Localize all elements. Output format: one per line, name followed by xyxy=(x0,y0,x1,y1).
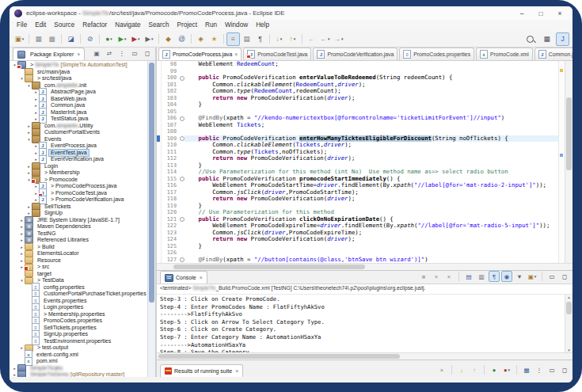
console-hscrollbar[interactable] xyxy=(157,352,572,360)
tree-expander-icon[interactable]: ▸ xyxy=(26,164,32,169)
tab-package-explorer[interactable]: Package Explorer × xyxy=(13,48,85,60)
code-line[interactable]: 115 public PromoCodeVerification promoco… xyxy=(162,176,558,183)
clear-console-icon[interactable]: ▤ xyxy=(463,271,474,282)
run-icon[interactable]: ▶▾ xyxy=(116,32,129,46)
code-line[interactable]: 101 Common.clickableElement(RedeemCount,… xyxy=(162,82,558,89)
tree-item[interactable]: ▸J> PromoCodeTest.java xyxy=(10,190,147,197)
tree-item[interactable]: ≡SellTickets.properties xyxy=(10,325,147,332)
tree-scrollbar-thumb[interactable] xyxy=(149,63,154,303)
tree-item[interactable]: ▾> TestData xyxy=(10,277,147,284)
code-line[interactable]: 124 return new PromoCodeVerification(dri… xyxy=(162,236,558,243)
open-type-icon[interactable]: ◈ xyxy=(194,32,207,46)
javadoc-icon[interactable]: @ xyxy=(175,32,188,46)
tree-item[interactable]: ≡CustomerPortalPurchaseTicket.properties xyxy=(10,291,147,298)
save-all-icon[interactable]: ▩ xyxy=(45,32,59,46)
code-line[interactable]: 122 WebElement PromoCodeExpireTime=drive… xyxy=(162,223,558,230)
profile-icon[interactable]: ▶▾ xyxy=(143,32,156,46)
tree-expander-icon[interactable]: ▸ xyxy=(26,204,32,209)
tree-expander-icon[interactable]: ▾ xyxy=(26,83,32,88)
code-line[interactable]: 116 WebElement PromoCodeStartTime=driver… xyxy=(162,182,558,189)
code-line[interactable]: 110 Common.clickableElement(Tickets,driv… xyxy=(162,142,558,149)
menu-item-refactor[interactable]: Refactor xyxy=(78,20,111,31)
tree-item[interactable]: ▸JMasterInit.java xyxy=(10,109,147,116)
tree-expander-icon[interactable]: ▸ xyxy=(33,143,39,148)
tree-expander-icon[interactable]: ▸ xyxy=(12,366,17,371)
prev-annotation-icon[interactable]: ↑▾ xyxy=(286,32,299,46)
code-line[interactable]: 109 public PromoCodeVerification enterHo… xyxy=(162,135,558,143)
menu-item-search[interactable]: Search xyxy=(145,20,173,31)
tree-item[interactable]: ▸SellTickets xyxy=(10,204,147,211)
console-vscrollbar[interactable]: ▴ ▾ xyxy=(565,295,572,352)
debug-icon[interactable]: ●▾ xyxy=(102,32,116,46)
maximize-icon[interactable]: ◻ xyxy=(559,271,570,282)
new-wizard-icon[interactable]: ▣▾ xyxy=(13,32,26,46)
menu-item-edit[interactable]: Edit xyxy=(31,20,50,31)
prev-failure-icon[interactable]: ↑ xyxy=(469,364,480,375)
tree-item[interactable]: ▸SimpleTixDemo [gitRepository master] xyxy=(10,371,147,377)
report-icon[interactable]: ▦ xyxy=(521,364,532,375)
tree-item[interactable]: ≡SignUp.properties xyxy=(10,331,147,338)
collapse-all-icon[interactable]: ▣ xyxy=(91,48,102,59)
tree-expander-icon[interactable]: ▸ xyxy=(26,124,32,128)
editor-vscrollbar-thumb[interactable] xyxy=(566,97,572,170)
tree-expander-icon[interactable]: ▸ xyxy=(33,184,39,188)
clear-results-icon[interactable]: × xyxy=(436,364,447,375)
close-icon[interactable]: × xyxy=(234,51,238,57)
tree-expander-icon[interactable]: ▸ xyxy=(26,170,32,175)
tree-expander-icon[interactable]: ▸ xyxy=(19,251,25,256)
editor-tab[interactable]: JPromoCodeProcess.java× xyxy=(158,48,242,60)
fold-marker-icon[interactable] xyxy=(180,76,184,81)
close-icon[interactable]: × xyxy=(235,368,238,374)
skip-breakpoints-icon[interactable]: ⊘ xyxy=(83,32,97,46)
tree-expander-icon[interactable]: ▸ xyxy=(19,231,25,236)
fold-marker-icon[interactable] xyxy=(180,257,184,262)
tree-item[interactable]: ▸JEventTest.java xyxy=(10,150,147,157)
menu-item-window[interactable]: Window xyxy=(221,20,252,31)
code-line[interactable]: 100 public PromoCodeVerification enterVa… xyxy=(162,74,558,82)
search-dialog-icon[interactable]: ★ xyxy=(207,32,221,46)
tree-item[interactable]: ▸> Build xyxy=(10,244,147,251)
code-lines[interactable]: 98 WebElement RedeemCount;99100 public P… xyxy=(162,61,558,263)
tree-expander-icon[interactable]: ▸ xyxy=(33,157,39,162)
tree-expander-icon[interactable]: ▾ xyxy=(26,137,32,142)
debug-last-icon[interactable]: ◪ xyxy=(64,32,78,46)
console-hscrollbar-thumb[interactable] xyxy=(158,354,400,359)
editor-tab[interactable]: JPromoCodeVerification.java xyxy=(313,48,398,60)
tree-expander-icon[interactable]: ▸ xyxy=(33,116,39,121)
tab-console[interactable]: Console × xyxy=(160,271,207,284)
remove-launch-icon[interactable]: × xyxy=(431,271,442,282)
menu-item-navigate[interactable]: Navigate xyxy=(111,20,144,31)
tree-expander-icon[interactable]: ▾ xyxy=(19,278,25,283)
last-edit-location-icon[interactable]: ← xyxy=(305,32,318,46)
forward-icon[interactable]: →▾ xyxy=(332,32,345,46)
code-line[interactable]: 102 Common.type(RedeemCount,redeemCount)… xyxy=(162,88,558,95)
code-line[interactable]: 112 return new PromoCodeVerification(dri… xyxy=(162,155,558,162)
view-menu-icon[interactable]: ⋮ xyxy=(534,364,545,375)
minimize-button[interactable]: – xyxy=(514,8,530,18)
tree-item[interactable]: ▸Login xyxy=(10,163,147,170)
tree-expander-icon[interactable]: ▸ xyxy=(33,89,39,94)
code-line[interactable]: 120 // Use Parameterization for this met… xyxy=(162,209,558,216)
menu-item-source[interactable]: Source xyxy=(50,20,78,31)
word-wrap-icon[interactable]: ¶ xyxy=(489,271,500,282)
new-jar-icon[interactable]: ◆ xyxy=(162,32,175,46)
close-icon[interactable]: × xyxy=(200,275,203,280)
tree-item[interactable]: ▸> Membership xyxy=(10,169,147,177)
tree-item[interactable]: ▾Events xyxy=(10,136,147,143)
tree-item[interactable]: ▸JBaseWeb.java xyxy=(10,96,147,103)
minimize-icon[interactable]: ▭ xyxy=(546,271,557,282)
tree-expander-icon[interactable]: ▸ xyxy=(33,197,39,202)
tree-item[interactable]: ≡PromoCodes.properties xyxy=(10,318,147,325)
next-failure-icon[interactable]: ↓ xyxy=(456,364,467,375)
code-line[interactable]: 107 WebElement Tickets; xyxy=(162,122,558,129)
editor-tab[interactable]: xPromoCode.xml xyxy=(476,48,533,60)
tree-expander-icon[interactable]: ▸ xyxy=(19,218,25,223)
code-line[interactable]: 125 } xyxy=(162,243,558,250)
tree-expander-icon[interactable]: ▸ xyxy=(19,238,25,242)
tree-item[interactable]: ▸SimpleTicabc xyxy=(10,365,147,372)
tree-expander-icon[interactable]: ▸ xyxy=(33,97,39,101)
tree-item[interactable]: ▸≣Referenced Libraries xyxy=(10,237,147,244)
back-icon[interactable]: ←▾ xyxy=(318,32,332,46)
tree-item[interactable]: xpom.xml xyxy=(10,358,147,365)
maximize-button[interactable]: □ xyxy=(533,8,549,18)
